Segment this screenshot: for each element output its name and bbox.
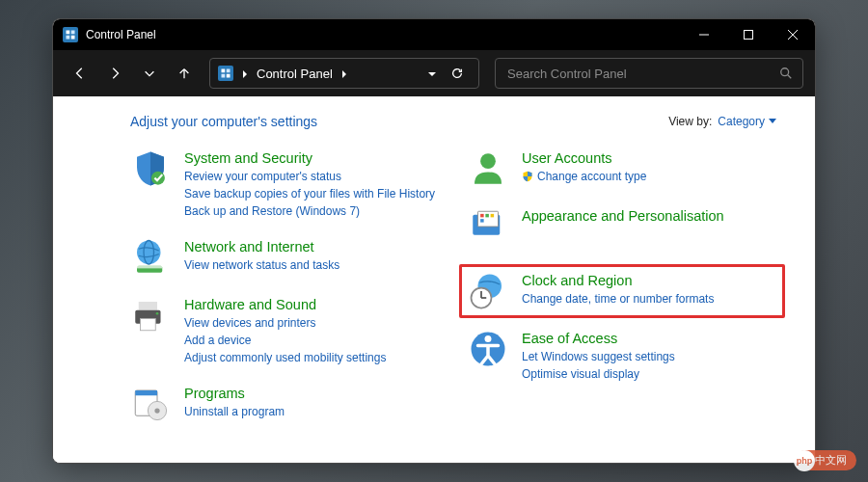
view-by-value: Category	[718, 115, 765, 128]
svg-line-13	[788, 75, 792, 79]
category-sublink[interactable]: Add a device	[184, 332, 386, 349]
svg-rect-30	[480, 214, 484, 218]
refresh-button[interactable]	[444, 60, 471, 87]
svg-point-39	[485, 335, 492, 342]
page-heading: Adjust your computer's settings	[130, 114, 668, 129]
category-ease-of-access: Ease of Access Let Windows suggest setti…	[468, 329, 776, 383]
column-left: System and Security Review your computer…	[130, 148, 439, 424]
category-sublink[interactable]: Optimise visual display	[522, 365, 675, 383]
category-title[interactable]: Clock and Region	[522, 273, 714, 288]
category-sublink[interactable]: Change account type	[522, 168, 646, 185]
chevron-down-icon	[769, 119, 776, 124]
window-title: Control Panel	[86, 28, 682, 41]
category-sublink-text: Change account type	[537, 168, 646, 185]
svg-rect-18	[137, 266, 162, 269]
svg-rect-10	[222, 74, 226, 78]
chevron-right-icon	[340, 67, 348, 81]
category-hardware: Hardware and Sound View devices and prin…	[130, 295, 439, 366]
svg-point-22	[156, 312, 159, 315]
category-title[interactable]: Ease of Access	[522, 331, 675, 346]
category-sublink[interactable]: Change date, time or number formats	[522, 290, 714, 308]
globe-network-icon	[130, 237, 171, 278]
view-by-label: View by:	[668, 115, 712, 128]
category-sublink[interactable]: Review your computer's status	[184, 168, 435, 185]
svg-rect-33	[480, 219, 484, 223]
view-by-control: View by: Category	[668, 115, 776, 128]
category-title[interactable]: Network and Internet	[184, 239, 339, 254]
printer-icon	[130, 295, 171, 335]
category-sublink[interactable]: Back up and Restore (Windows 7)	[184, 202, 435, 220]
close-button[interactable]	[771, 19, 815, 50]
view-by-dropdown[interactable]: Category	[718, 115, 776, 128]
category-sublink[interactable]: Adjust commonly used mobility settings	[184, 349, 386, 366]
category-clock-region: Clock and Region Change date, time or nu…	[459, 264, 785, 318]
svg-rect-11	[227, 74, 231, 78]
programs-icon	[130, 384, 171, 424]
control-panel-breadcrumb-icon	[218, 66, 233, 81]
svg-rect-1	[71, 31, 75, 35]
forward-button[interactable]	[99, 58, 130, 89]
svg-point-27	[480, 153, 496, 169]
svg-rect-0	[67, 31, 70, 35]
svg-rect-5	[745, 31, 753, 40]
svg-rect-31	[485, 214, 489, 218]
category-title[interactable]: Programs	[184, 386, 285, 401]
uac-shield-icon	[522, 171, 533, 182]
navigation-bar: Control Panel	[53, 50, 815, 96]
category-title[interactable]: Appearance and Personalisation	[522, 208, 724, 224]
shield-icon	[130, 148, 171, 189]
address-bar[interactable]: Control Panel	[209, 58, 479, 89]
category-title[interactable]: System and Security	[184, 150, 435, 166]
back-button[interactable]	[65, 58, 95, 89]
content-area: Adjust your computer's settings View by:…	[53, 96, 815, 463]
category-sublink[interactable]: Save backup copies of your files with Fi…	[184, 185, 435, 202]
chevron-right-icon	[241, 67, 249, 81]
recent-locations-button[interactable]	[134, 58, 165, 89]
watermark-text: 中文网	[815, 453, 847, 468]
svg-point-26	[154, 408, 159, 413]
titlebar: Control Panel	[53, 19, 815, 50]
svg-rect-2	[67, 36, 70, 40]
svg-rect-3	[71, 36, 75, 40]
svg-rect-21	[141, 319, 156, 331]
category-system-security: System and Security Review your computer…	[130, 148, 439, 220]
svg-rect-19	[139, 302, 157, 310]
breadcrumb-segment[interactable]: Control Panel	[257, 67, 333, 81]
minimize-button[interactable]	[682, 19, 726, 50]
svg-rect-24	[135, 390, 157, 395]
svg-point-12	[781, 68, 789, 76]
category-title[interactable]: Hardware and Sound	[184, 297, 386, 312]
category-network: Network and Internet View network status…	[130, 237, 439, 278]
category-programs: Programs Uninstall a program	[130, 384, 439, 424]
search-bar[interactable]	[495, 58, 803, 89]
chevron-down-icon[interactable]	[428, 67, 436, 81]
content-header: Adjust your computer's settings View by:…	[130, 114, 776, 129]
category-sublink[interactable]: View devices and printers	[184, 314, 386, 332]
category-sublink[interactable]: Uninstall a program	[184, 403, 285, 420]
window-controls	[682, 19, 815, 50]
accessibility-icon	[468, 329, 508, 369]
clock-region-icon	[468, 271, 508, 311]
watermark-badge: 中文网	[796, 450, 856, 470]
category-user-accounts: User Accounts Change account type	[468, 148, 776, 189]
search-icon	[779, 67, 793, 80]
svg-point-15	[137, 241, 161, 265]
control-panel-window: Control Panel Control Panel	[52, 18, 816, 464]
svg-rect-8	[222, 69, 226, 73]
search-input[interactable]	[505, 66, 779, 82]
category-title[interactable]: User Accounts	[522, 150, 646, 166]
category-grid: System and Security Review your computer…	[130, 148, 776, 424]
up-button[interactable]	[169, 58, 200, 89]
category-sublink[interactable]: Let Windows suggest settings	[522, 348, 675, 365]
category-sublink[interactable]: View network status and tasks	[184, 256, 339, 274]
category-appearance: Appearance and Personalisation	[468, 206, 776, 247]
control-panel-app-icon	[63, 27, 78, 42]
column-right: User Accounts Change account type Appear…	[468, 148, 776, 424]
svg-rect-9	[227, 69, 231, 73]
maximize-button[interactable]	[726, 19, 771, 50]
appearance-icon	[468, 206, 508, 247]
user-icon	[468, 148, 508, 189]
svg-rect-32	[491, 214, 495, 218]
